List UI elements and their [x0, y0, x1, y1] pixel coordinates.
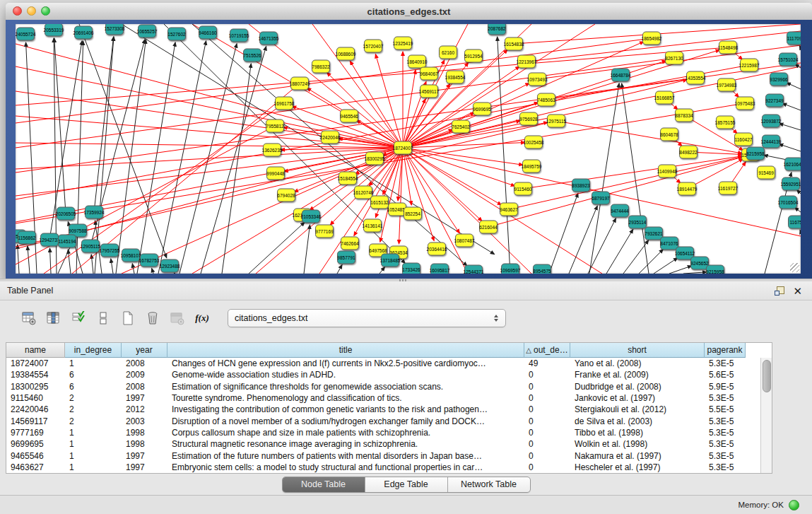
graph-node[interactable]: 16120746	[354, 186, 372, 199]
graph-node[interactable]: 12975115	[547, 115, 565, 128]
graph-node[interactable]: 10655257	[138, 25, 156, 38]
graph-node[interactable]: 17359924	[85, 206, 103, 219]
table-row[interactable]: 1938455462009Genome-wide association stu…	[6, 369, 772, 380]
graph-node[interactable]: 8938923	[572, 179, 590, 192]
graph-node[interactable]: 16648784	[611, 69, 630, 82]
graph-node[interactable]: 16210643	[784, 158, 801, 171]
graph-node[interactable]: 16154838	[505, 37, 523, 51]
graph-node[interactable]: 2087682	[488, 24, 506, 35]
graph-node[interactable]: 11548498	[719, 41, 737, 54]
graph-node[interactable]: 14136141	[363, 219, 382, 233]
table-row[interactable]: 911546021997Tourette syndrome. Phenomeno…	[6, 392, 772, 404]
graph-node[interactable]: 12923488	[160, 259, 179, 273]
graph-node[interactable]: 8604678	[660, 128, 678, 141]
graph-node[interactable]: 915469	[757, 166, 775, 180]
table-source-dropdown[interactable]: citations_edges.txt	[228, 309, 506, 327]
graph-node[interactable]: 1615132	[370, 196, 389, 209]
minimize-window-button[interactable]	[27, 6, 36, 16]
graph-node[interactable]: 18654982	[642, 32, 661, 45]
graph-node[interactable]: 7986322	[312, 60, 330, 74]
graph-node[interactable]: 1117094	[787, 32, 801, 45]
table-row[interactable]: 2242004622012Investigating the contribut…	[6, 404, 772, 415]
graph-node[interactable]: 7462664	[341, 237, 359, 250]
graph-node[interactable]: 17016504	[779, 196, 797, 209]
graph-node[interactable]: 15273308	[105, 24, 124, 35]
new-column-icon[interactable]	[120, 310, 136, 326]
column-header-year[interactable]: year	[122, 343, 167, 358]
resize-grip[interactable]	[790, 263, 799, 272]
zoom-window-button[interactable]	[41, 6, 50, 16]
graph-node[interactable]: 12215987	[740, 59, 758, 72]
tab-edge-table[interactable]: Edge Table	[365, 477, 448, 492]
graph-node[interactable]: 7625402	[452, 120, 470, 134]
column-header-title[interactable]: title	[167, 343, 524, 358]
graph-node[interactable]: 11409948	[658, 165, 676, 178]
graph-node[interactable]: 1733426	[402, 263, 420, 274]
graph-node[interactable]: 7485063	[537, 93, 555, 107]
graph-node[interactable]: 14569117	[420, 85, 438, 98]
graph-node[interactable]: 15166857	[655, 91, 673, 105]
graph-node[interactable]: 62160	[439, 46, 457, 59]
graph-node[interactable]: 1156862	[18, 231, 36, 245]
graph-node[interactable]: 9463627	[500, 203, 518, 216]
table-row[interactable]: 969969511998Structural magnetic resonanc…	[6, 438, 772, 450]
graph-node[interactable]: 16782753	[140, 254, 158, 267]
scrollbar-thumb[interactable]	[763, 360, 771, 392]
row-select-icon[interactable]	[71, 310, 86, 326]
table-row[interactable]: 946362711997Embryonic stem cells: a mode…	[6, 462, 772, 473]
graph-node[interactable]: 19384554	[446, 71, 464, 84]
tab-network-table[interactable]: Network Table	[448, 477, 530, 492]
graph-node[interactable]: 9857791	[337, 251, 355, 264]
graph-node[interactable]: 12213967	[517, 55, 536, 69]
graph-node[interactable]: 14353554	[686, 71, 705, 85]
function-builder-icon[interactable]: f(x)	[194, 310, 210, 326]
table-row[interactable]: 1456911722003Disruption of a novel membe…	[6, 415, 772, 426]
graph-node[interactable]: 20691406	[74, 26, 93, 40]
graph-node[interactable]: 18807249	[290, 77, 309, 90]
graph-node[interactable]: 9474444	[611, 204, 629, 218]
graph-node[interactable]: 9215958	[706, 265, 724, 274]
graph-node[interactable]: 6794028	[277, 189, 295, 202]
graph-node[interactable]: 24055724	[16, 28, 35, 41]
graph-node[interactable]: 2935114	[628, 216, 647, 229]
graph-node[interactable]: 7955812	[266, 119, 284, 133]
graph-node[interactable]: 9227349	[765, 94, 784, 107]
graph-node[interactable]: 11619727	[719, 182, 737, 195]
graph-node[interactable]: 12905115	[81, 240, 100, 253]
graph-node[interactable]: 14671355	[259, 32, 278, 45]
table-settings-icon[interactable]	[21, 310, 37, 326]
close-window-button[interactable]	[13, 6, 22, 16]
graph-node[interactable]: 15751024	[779, 53, 797, 66]
graph-node[interactable]: 9756928	[519, 112, 538, 126]
graph-node[interactable]: 8878334	[675, 109, 693, 122]
graph-node[interactable]: 10969597	[501, 264, 519, 274]
graph-node[interactable]: 852254	[404, 207, 422, 221]
graph-node[interactable]: 18724007	[394, 141, 412, 155]
graph-node[interactable]: 15592951	[782, 177, 800, 191]
graph-node[interactable]: 12325419	[394, 37, 412, 50]
graph-node[interactable]: 1527602	[167, 28, 186, 41]
column-header-pagerank[interactable]: pagerank	[705, 343, 746, 358]
column-header-short[interactable]: short	[570, 343, 705, 358]
graph-node[interactable]: 12544371	[464, 265, 483, 274]
graph-node[interactable]: 9466160	[199, 26, 217, 40]
graph-node[interactable]: 1145194	[58, 235, 76, 248]
table-row[interactable]: 946554611997Estimation of the future num…	[6, 450, 772, 461]
graph-node[interactable]: 15184554	[339, 172, 357, 185]
graph-node[interactable]: 18575155	[716, 116, 734, 129]
graph-node[interactable]: 8498222	[679, 146, 698, 159]
graph-node[interactable]: 13626235	[263, 144, 281, 157]
graph-node[interactable]: 18495759	[522, 160, 541, 173]
graph-node[interactable]: 12093872	[762, 115, 780, 128]
graph-node[interactable]: 21053346	[302, 210, 320, 223]
network-canvas[interactable]: 1872400724055724205533192069140615273308…	[16, 24, 801, 274]
graph-node[interactable]: 116753	[788, 216, 801, 229]
column-header-name[interactable]: name	[6, 343, 65, 358]
close-panel-icon[interactable]: ✕	[793, 286, 802, 296]
graph-node[interactable]: 9684067	[420, 67, 438, 81]
graph-node[interactable]: 8267130	[665, 52, 683, 65]
graph-node[interactable]: 20553319	[45, 24, 63, 37]
graph-node[interactable]: 22420046	[321, 131, 339, 144]
tab-node-table[interactable]: Node Table	[283, 477, 365, 492]
graph-node[interactable]: 20364416	[428, 243, 446, 256]
